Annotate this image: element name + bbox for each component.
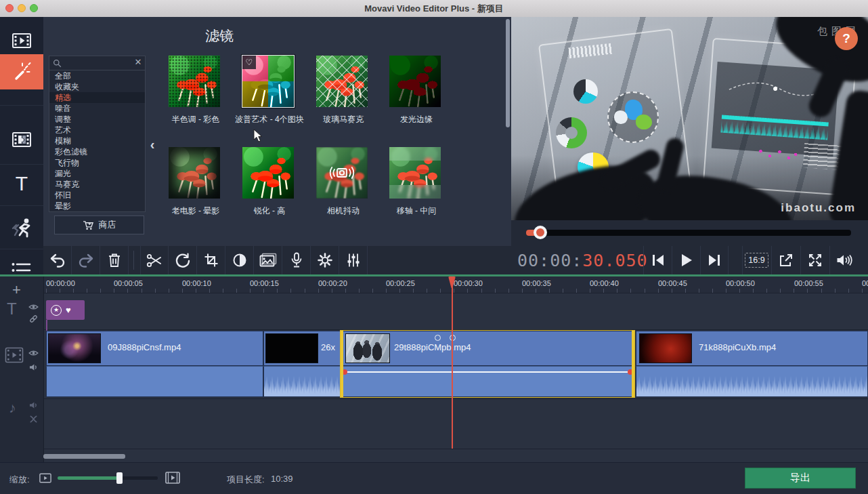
fullscreen-button[interactable] [800, 246, 829, 274]
clip-audio[interactable] [341, 366, 634, 397]
sidebar-item-stickers[interactable] [0, 210, 43, 245]
sidebar-item-filters[interactable] [0, 54, 43, 89]
timeline-ruler[interactable]: 00:00:00 00:00:05 00:00:10 00:00:15 00:0… [43, 276, 868, 293]
add-track-button[interactable]: + [12, 281, 21, 299]
video-track-mute-icon[interactable] [29, 363, 38, 371]
next-frame-icon [708, 254, 721, 266]
sidebar-item-titles[interactable]: T [0, 166, 43, 201]
category-favorites[interactable]: 收藏夹 [49, 81, 145, 92]
category-flying[interactable]: 飞行物 [49, 157, 145, 168]
category-all[interactable]: 全部 [49, 70, 145, 81]
audio-track-mute-icon[interactable] [29, 401, 38, 409]
category-retro[interactable]: 怀旧 [49, 190, 145, 201]
filters-scrollbar[interactable] [506, 19, 510, 127]
zoom-out-film-icon[interactable] [39, 473, 51, 483]
filter-thumb-tilt-shift[interactable] [389, 147, 441, 199]
category-color-filters[interactable]: 彩色滤镜 [49, 146, 145, 157]
filter-thumb-glass-mosaic[interactable] [316, 56, 368, 107]
color-adjustments-button[interactable] [225, 246, 254, 274]
zoom-in-film-icon[interactable] [165, 472, 180, 484]
delete-button[interactable] [100, 246, 129, 274]
undo-button[interactable] [43, 246, 72, 274]
camera-shake-icon [329, 164, 355, 182]
record-audio-button[interactable] [282, 246, 311, 274]
settings-button[interactable] [311, 246, 339, 274]
gear-icon [317, 252, 333, 268]
undo-icon [49, 253, 66, 268]
store-button[interactable]: 商店 [54, 215, 144, 234]
clip-trim-handle-left[interactable] [341, 331, 343, 397]
image-button[interactable] [254, 246, 282, 274]
video-clip-3-selected[interactable]: 29t888piCMpb.mp4 [341, 331, 634, 397]
aspect-ratio-label: 16:9 [745, 253, 768, 268]
play-button[interactable] [672, 246, 700, 274]
title-track-link-icon[interactable] [29, 314, 38, 323]
category-light-leak[interactable]: 漏光 [49, 168, 145, 179]
category-mosaic[interactable]: 马赛克 [49, 179, 145, 190]
title-heart-icon: ♥ [66, 306, 71, 315]
title-clip[interactable]: ★ ♥ [46, 300, 85, 320]
video-clip-1[interactable]: 09J888piCnsf.mp4 [46, 331, 263, 397]
video-preview: 包图网 ibaotu.com ? [511, 17, 868, 220]
aspect-ratio-button[interactable]: 16:9 [742, 246, 771, 274]
category-blur[interactable]: 模糊 [49, 136, 145, 146]
audio-track-detach-icon[interactable] [29, 415, 38, 424]
timeline-horizontal-scrollbar[interactable] [43, 454, 125, 459]
sidebar-item-transitions[interactable] [0, 122, 43, 157]
split-button[interactable] [140, 246, 169, 274]
category-vignette[interactable]: 晕影 [49, 201, 145, 211]
export-button[interactable]: 导出 [745, 468, 856, 489]
clip-audio[interactable] [263, 366, 341, 397]
zoom-slider-handle[interactable] [116, 472, 123, 484]
collapse-panel-button[interactable]: ‹ [146, 133, 158, 155]
clip-audio[interactable] [636, 366, 868, 397]
next-frame-button[interactable] [700, 246, 729, 274]
category-art[interactable]: 艺术 [49, 125, 145, 136]
category-noise[interactable]: 噪音 [49, 103, 145, 114]
filter-thumb-camera-shake[interactable] [316, 147, 368, 199]
clip-thumbnail [265, 333, 318, 363]
filter-thumb-pop-art[interactable]: ♡ [242, 56, 294, 107]
film-puzzle-icon [11, 129, 32, 150]
filter-thumb-halftone[interactable] [169, 56, 220, 107]
sidebar-item-media[interactable] [0, 26, 43, 56]
video-clip-4[interactable]: 71k888piCuXb.mp4 [636, 331, 868, 397]
video-clip-2[interactable]: 26x [263, 331, 341, 397]
magic-wand-icon [10, 60, 33, 83]
keyframe-marker[interactable] [435, 335, 441, 341]
ruler-label: 00:00:50 [726, 279, 755, 287]
scrubber-track[interactable] [526, 230, 851, 236]
volume-button[interactable] [829, 246, 858, 274]
volume-icon [836, 253, 852, 267]
film-play-icon [11, 30, 32, 52]
clip-name: 71k888piCuXb.mp4 [699, 342, 776, 352]
filter-name: 半色调 - 彩色 [159, 114, 232, 125]
close-search-icon[interactable]: ✕ [133, 57, 144, 68]
filter-thumb-sharpen[interactable] [242, 147, 294, 199]
previous-frame-button[interactable] [643, 246, 672, 274]
volume-envelope-line[interactable] [345, 371, 630, 373]
playhead-line[interactable] [452, 276, 453, 449]
filter-thumb-glow-edges[interactable] [389, 56, 441, 107]
clip-audio[interactable] [46, 366, 263, 397]
audio-levels-button[interactable] [339, 246, 368, 274]
clip-trim-handle-right[interactable] [632, 331, 634, 397]
video-track-visibility-icon[interactable] [28, 350, 39, 356]
clip-thumbnail [345, 333, 390, 363]
filter-thumb-old-movie[interactable] [169, 147, 220, 199]
filter-name: 玻璃马赛克 [307, 114, 380, 125]
zoom-label: 缩放: [9, 474, 30, 486]
category-featured[interactable]: 精选 [49, 92, 145, 103]
ruler-label: 00:00:10 [182, 279, 211, 287]
category-adjust[interactable]: 调整 [49, 114, 145, 125]
search-box[interactable]: ✕ [49, 56, 145, 70]
redo-button[interactable] [72, 246, 100, 274]
help-button[interactable]: ? [835, 27, 858, 50]
detach-preview-button[interactable] [771, 246, 800, 274]
title-track-visibility-icon[interactable] [28, 304, 39, 310]
rotate-button[interactable] [169, 246, 197, 274]
favorite-heart-icon[interactable]: ♡ [242, 56, 256, 69]
scrubber-handle[interactable] [534, 226, 547, 239]
search-input[interactable] [64, 57, 132, 69]
crop-button[interactable] [197, 246, 225, 274]
